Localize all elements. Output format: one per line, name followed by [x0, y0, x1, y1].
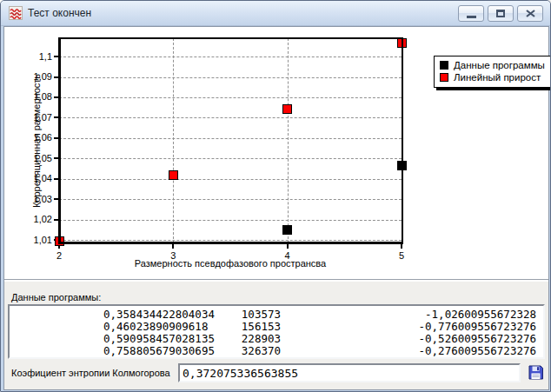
series-swatch-red	[440, 73, 448, 82]
legend-item: Линейный прирост	[440, 71, 545, 83]
plot-frame	[58, 37, 403, 244]
x-tick-mark	[401, 244, 402, 249]
data-point-red	[282, 104, 292, 114]
gridline-horizontal	[59, 97, 402, 98]
gridline-horizontal	[59, 56, 402, 57]
program-data-listbox[interactable]: 0,358434422804034 103573 -1,026009556723…	[8, 304, 545, 359]
chart-legend: Данные программы Линейный прирост	[434, 56, 551, 88]
data-point-black	[397, 161, 407, 170]
results-panel: Данные программы: 0,358434422804034 1035…	[4, 281, 548, 389]
cell-count: 228903	[225, 333, 281, 345]
gridline-horizontal	[59, 138, 402, 139]
y-tick-mark	[54, 219, 58, 221]
legend-label: Линейный прирост	[454, 71, 541, 83]
y-tick-mark	[54, 116, 58, 118]
caption-buttons	[458, 5, 543, 22]
gridline-horizontal	[59, 240, 402, 241]
gridline-horizontal	[59, 117, 402, 118]
cell-log: -0,276009556723276	[281, 345, 543, 357]
y-tick-label: 1,04	[16, 173, 52, 183]
minimize-button[interactable]	[458, 5, 484, 22]
y-tick-mark	[54, 137, 58, 139]
cell-dimension: 0,590958457028135	[103, 333, 225, 345]
y-tick-mark	[54, 56, 58, 57]
y-tick-label: 1,08	[16, 91, 52, 102]
cell-log: -1,02600955672328	[281, 306, 543, 321]
cell-count: 103573	[225, 306, 281, 321]
gridline-horizontal	[59, 220, 402, 221]
y-tick-mark	[54, 157, 58, 159]
x-tick-label: 2	[46, 250, 72, 261]
y-tick-label: 1,1	[16, 51, 52, 62]
waves-app-icon	[9, 6, 23, 20]
y-tick-label: 1,01	[16, 235, 52, 245]
gridline-horizontal	[59, 77, 402, 78]
entropy-value-input[interactable]	[178, 363, 521, 382]
y-tick-mark	[54, 178, 58, 180]
program-data-table: 0,358434422804034 103573 -1,026009556723…	[10, 306, 543, 357]
y-tick-mark	[54, 76, 58, 78]
data-point-red	[397, 38, 407, 48]
gridline-vertical	[59, 38, 60, 243]
cell-log: -0,776009556723276	[281, 321, 543, 333]
legend-label: Данные программы	[454, 59, 545, 71]
gridline-vertical	[288, 38, 289, 243]
window-title: Тест окончен	[28, 7, 91, 19]
cell-dimension: 0,758805679030695	[103, 345, 225, 357]
y-tick-label: 1,05	[16, 153, 52, 163]
x-tick-label: 4	[275, 250, 301, 261]
x-tick-mark	[172, 244, 174, 249]
minimize-icon	[467, 16, 476, 18]
gridline-vertical	[173, 38, 174, 243]
table-row: 0,758805679030695 326370 -0,276009556723…	[10, 345, 543, 357]
app-window: Тест окончен Корреляционная размерность …	[0, 0, 551, 392]
cell-count: 326370	[225, 345, 281, 357]
entropy-label: Коэфициент энтропии Колмогорова	[11, 368, 170, 378]
table-row: 0,46023890909618 156153 -0,7760095567232…	[10, 321, 543, 333]
cell-dimension: 0,358434422804034	[103, 306, 225, 321]
legend-item: Данные программы	[440, 59, 545, 71]
y-tick-label: 1,06	[16, 132, 52, 143]
floppy-disk-icon	[528, 365, 543, 380]
cell-count: 156153	[225, 321, 281, 333]
y-tick-label: 1,02	[16, 214, 52, 224]
x-tick-label: 3	[160, 250, 186, 261]
program-data-label: Данные программы:	[11, 292, 101, 302]
x-axis-label: Размерность псевдофазового пространсва	[59, 258, 402, 269]
y-tick-mark	[54, 198, 58, 200]
chart-panel: Корреляционная размерность Размерность п…	[4, 27, 548, 280]
gridline-horizontal	[59, 158, 402, 159]
title-bar[interactable]: Тест окончен	[1, 1, 550, 26]
table-row: 0,358434422804034 103573 -1,026009556723…	[10, 306, 543, 321]
gridline-vertical	[402, 38, 402, 243]
x-tick-label: 5	[388, 250, 415, 261]
client-area: Корреляционная размерность Размерность п…	[3, 26, 549, 390]
table-row: 0,590958457028135 228903 -0,526009556723…	[10, 333, 543, 345]
data-point-red	[55, 236, 64, 246]
gridline-horizontal	[59, 199, 402, 200]
close-button[interactable]	[517, 5, 543, 22]
cell-dimension: 0,46023890909618	[103, 321, 225, 333]
maximize-button[interactable]	[488, 5, 514, 22]
series-swatch-black	[440, 61, 448, 70]
x-tick-mark	[287, 244, 289, 249]
cell-log: -0,526009556723276	[281, 333, 543, 345]
y-tick-label: 1,09	[16, 71, 52, 82]
gridline-horizontal	[59, 179, 402, 180]
y-tick-label: 1,03	[16, 194, 52, 204]
save-button[interactable]	[527, 364, 544, 382]
y-tick-mark	[54, 96, 58, 98]
close-icon	[526, 10, 535, 17]
y-tick-label: 1,07	[16, 112, 52, 123]
maximize-icon	[496, 10, 505, 17]
data-point-red	[169, 170, 178, 180]
data-point-black	[282, 225, 292, 235]
